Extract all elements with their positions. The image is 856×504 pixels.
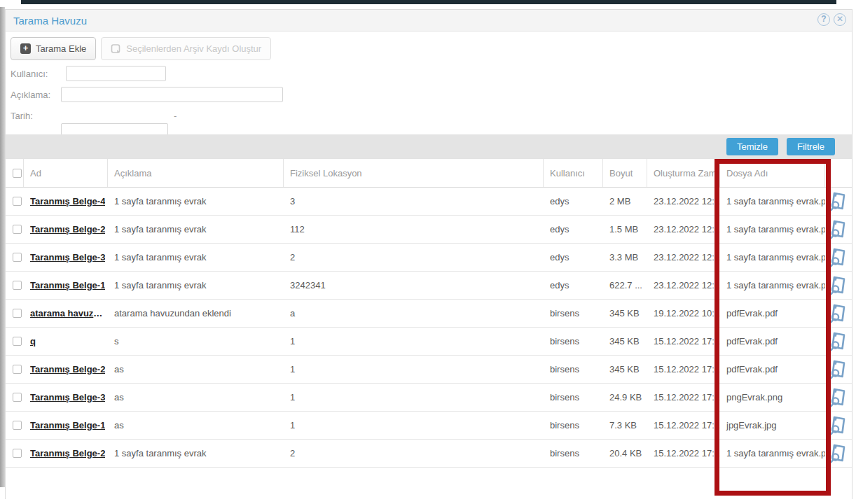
- row-checkbox[interactable]: [13, 449, 22, 458]
- row-checkbox[interactable]: [13, 309, 22, 318]
- location-cell: 2: [284, 244, 544, 271]
- add-scan-button[interactable]: + Tarama Ekle: [11, 37, 96, 60]
- location-cell: 1: [284, 384, 544, 411]
- clear-button[interactable]: Temizle: [726, 138, 778, 155]
- description-cell: 1 sayfa taranmış evrak: [108, 440, 284, 467]
- window-top-edge: [21, 0, 836, 4]
- row-checkbox[interactable]: [13, 337, 22, 346]
- document-preview-icon[interactable]: [829, 444, 848, 463]
- created-cell: 23.12.2022 12:0...: [647, 188, 720, 215]
- user-cell: birsens: [544, 440, 603, 467]
- table-row: Taranmış Belge-1 as 1 birsens 7.3 KB 15.…: [6, 412, 852, 440]
- created-cell: 23.12.2022 12:0...: [647, 272, 720, 299]
- description-label: Açıklama:: [11, 90, 50, 100]
- size-cell: 345 KB: [603, 356, 647, 383]
- document-name-link[interactable]: Taranmış Belge-2: [30, 224, 105, 234]
- document-preview-icon[interactable]: [829, 416, 848, 435]
- date-label: Tarih:: [11, 111, 33, 121]
- document-name-link[interactable]: atarama havuzundan e...: [30, 308, 108, 318]
- size-cell: 345 KB: [603, 328, 647, 355]
- location-cell: 1: [284, 412, 544, 439]
- help-icon[interactable]: ?: [817, 13, 830, 26]
- row-checkbox[interactable]: [13, 281, 22, 290]
- size-cell: 24.9 KB: [603, 384, 647, 411]
- document-name-link[interactable]: Taranmış Belge-3: [30, 392, 105, 402]
- created-cell: 15.12.2022 17:0...: [647, 356, 720, 383]
- table-row: Taranmış Belge-2 as 1 birsens 345 KB 15.…: [6, 356, 852, 384]
- column-header-kullanici[interactable]: Kullanıcı: [544, 159, 603, 187]
- column-header-fiziksel-lokasyon[interactable]: Fiziksel Lokasyon: [284, 159, 544, 187]
- row-checkbox[interactable]: [13, 393, 22, 402]
- create-archive-button[interactable]: Seçilenlerden Arşiv Kaydı Oluştur: [101, 37, 271, 60]
- row-checkbox[interactable]: [13, 225, 22, 234]
- user-label: Kullanıcı:: [11, 69, 48, 79]
- location-cell: 2: [284, 440, 544, 467]
- document-name-link[interactable]: Taranmış Belge-2: [30, 364, 105, 374]
- table-row: atarama havuzundan e... atarama havuzund…: [6, 300, 852, 328]
- document-name-link[interactable]: Taranmış Belge-4: [30, 196, 105, 206]
- user-cell: birsens: [544, 300, 603, 327]
- document-preview-icon[interactable]: [829, 220, 848, 239]
- document-preview-icon[interactable]: [829, 192, 848, 211]
- description-cell: s: [108, 328, 284, 355]
- row-checkbox[interactable]: [13, 197, 22, 206]
- create-archive-label: Seçilenlerden Arşiv Kaydı Oluştur: [126, 43, 261, 54]
- location-cell: 3: [284, 188, 544, 215]
- plus-icon: +: [20, 43, 31, 54]
- row-checkbox[interactable]: [13, 365, 22, 374]
- location-cell: a: [284, 300, 544, 327]
- description-cell: 1 sayfa taranmış evrak: [108, 272, 284, 299]
- document-preview-icon[interactable]: [829, 360, 848, 379]
- column-header-boyut[interactable]: Boyut: [603, 159, 647, 187]
- size-cell: 1.5 MB: [603, 216, 647, 243]
- created-cell: 19.12.2022 10:5...: [647, 300, 720, 327]
- document-preview-icon[interactable]: [829, 248, 848, 267]
- column-header-aciklama[interactable]: Açıklama: [108, 159, 284, 187]
- document-name-link[interactable]: Taranmış Belge-1: [30, 280, 105, 290]
- column-header-dosya-adi[interactable]: Dosya Adı: [720, 159, 825, 187]
- description-cell: as: [108, 412, 284, 439]
- window-left-edge: [0, 7, 5, 487]
- filename-cell: 1 sayfa taranmış evrak.pdf: [720, 272, 825, 299]
- date-range-separator: -: [174, 111, 177, 121]
- document-name-link[interactable]: q: [30, 336, 36, 346]
- document-preview-icon[interactable]: [829, 332, 848, 351]
- select-all-checkbox[interactable]: [13, 169, 22, 178]
- filename-cell: pdfEvrak.pdf: [720, 328, 825, 355]
- row-checkbox[interactable]: [13, 253, 22, 262]
- created-cell: 15.12.2022 17:0...: [647, 412, 720, 439]
- filename-cell: 1 sayfa taranmış evrak.pdf: [720, 216, 825, 243]
- user-cell: birsens: [544, 356, 603, 383]
- filename-cell: pdfEvrak.pdf: [720, 300, 825, 327]
- table-row: Taranmış Belge-2 1 sayfa taranmış evrak …: [6, 440, 852, 468]
- description-cell: 1 sayfa taranmış evrak: [108, 188, 284, 215]
- document-name-link[interactable]: Taranmış Belge-3: [30, 252, 105, 262]
- document-preview-icon[interactable]: [829, 388, 848, 407]
- table-row: Taranmış Belge-4 1 sayfa taranmış evrak …: [6, 188, 852, 216]
- created-cell: 15.12.2022 17:0...: [647, 384, 720, 411]
- user-select[interactable]: [66, 66, 166, 81]
- filter-actions-bar: Temizle Filtrele: [6, 134, 852, 158]
- column-header-ad[interactable]: Ad: [24, 159, 108, 187]
- size-cell: 622.7 ...: [603, 272, 647, 299]
- close-icon[interactable]: ✕: [834, 13, 846, 26]
- user-cell: birsens: [544, 328, 603, 355]
- table-header-row: Ad Açıklama Fiziksel Lokasyon Kullanıcı …: [6, 158, 852, 188]
- document-name-link[interactable]: Taranmış Belge-1: [30, 420, 105, 430]
- size-cell: 20.4 KB: [603, 440, 647, 467]
- filename-cell: pdfEvrak.pdf: [720, 356, 825, 383]
- user-cell: birsens: [544, 384, 603, 411]
- description-input[interactable]: [61, 87, 283, 102]
- filename-cell: jpgEvrak.jpg: [720, 412, 825, 439]
- filename-cell: 1 sayfa taranmış evrak.pdf: [720, 440, 825, 467]
- row-checkbox[interactable]: [13, 421, 22, 430]
- column-header-olusturma-zamani[interactable]: Oluşturma Zamanı: [647, 159, 720, 187]
- document-preview-icon[interactable]: [829, 276, 848, 295]
- document-name-link[interactable]: Taranmış Belge-2: [30, 448, 105, 458]
- table-row: q s 1 birsens 345 KB 15.12.2022 17:0... …: [6, 328, 852, 356]
- filter-button[interactable]: Filtrele: [787, 138, 835, 155]
- description-cell: 1 sayfa taranmış evrak: [108, 216, 284, 243]
- size-cell: 3.3 MB: [603, 244, 647, 271]
- document-preview-icon[interactable]: [829, 304, 848, 323]
- scan-pool-table: Ad Açıklama Fiziksel Lokasyon Kullanıcı …: [6, 158, 852, 468]
